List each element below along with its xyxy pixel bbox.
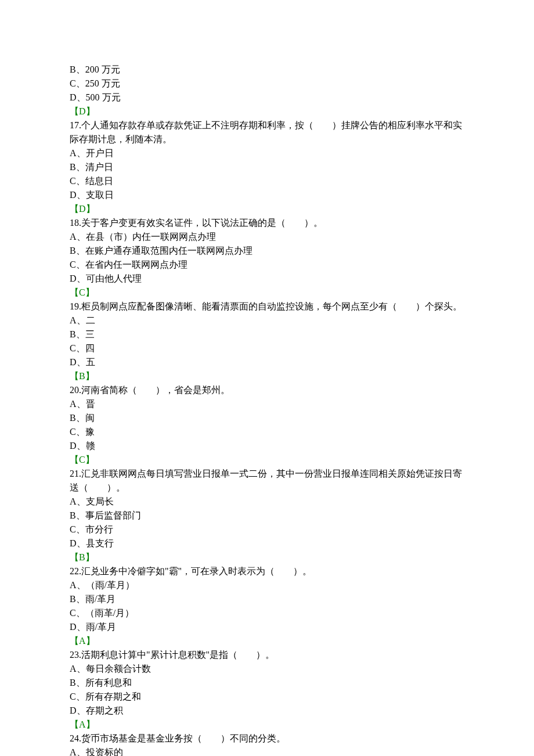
text-line: D、赣 — [70, 439, 464, 453]
text-line: C、在省内任一联网网点办理 — [70, 258, 464, 272]
document-page: B、200 万元C、250 万元D、500 万元【D】17.个人通知存款存单或存… — [0, 0, 534, 756]
text-line: D、雨/革月 — [70, 620, 464, 634]
text-line: B、雨/革月 — [70, 592, 464, 606]
text-line: D、五 — [70, 355, 464, 369]
text-line: D、可由他人代理 — [70, 272, 464, 286]
text-line: 23.活期利息计算中"累计计息积数"是指（ ）。 — [70, 648, 464, 662]
text-line: A、晋 — [70, 397, 464, 411]
text-line: D、500 万元 — [70, 91, 464, 105]
text-line: 20.河南省简称（ ），省会是郑州。 — [70, 383, 464, 397]
text-line: B、在账户通存通取范围内任一联网网点办理 — [70, 244, 464, 258]
text-line: D、县支行 — [70, 537, 464, 550]
text-line: 24.货币市场基金是基金业务按（ ）不同的分类。 — [70, 732, 464, 746]
text-line: B、事后监督部门 — [70, 509, 464, 523]
answer-line: 【C】 — [70, 453, 464, 467]
text-line: B、三 — [70, 327, 464, 341]
text-line: A、二 — [70, 314, 464, 327]
text-line: B、清户日 — [70, 160, 464, 174]
answer-line: 【D】 — [70, 202, 464, 216]
text-line: B、所有利息和 — [70, 676, 464, 690]
text-line: C、（雨革/月） — [70, 606, 464, 620]
answer-line: 【B】 — [70, 550, 464, 564]
text-line: 18.关于客户变更有效实名证件，以下说法正确的是（ ）。 — [70, 216, 464, 230]
text-line: 17.个人通知存款存单或存款凭证上不注明存期和利率，按（ ）挂牌公告的相应利率水… — [70, 118, 464, 146]
text-line: A、支局长 — [70, 495, 464, 509]
text-line: A、投资标的 — [70, 746, 464, 756]
text-line: B、闽 — [70, 411, 464, 425]
answer-line: 【A】 — [70, 634, 464, 648]
text-line: C、所有存期之和 — [70, 690, 464, 704]
text-line: A、（雨/革月） — [70, 578, 464, 592]
text-line: C、250 万元 — [70, 77, 464, 91]
text-line: C、豫 — [70, 425, 464, 439]
answer-line: 【A】 — [70, 718, 464, 732]
text-line: A、每日余额合计数 — [70, 662, 464, 676]
text-line: 21.汇兑非联网网点每日填写营业日报单一式二份，其中一份营业日报单连同相关原始凭… — [70, 467, 464, 495]
text-line: C、结息日 — [70, 174, 464, 188]
text-line: D、存期之积 — [70, 704, 464, 718]
text-line: 19.柜员制网点应配备图像清晰、能看清票面的自动监控设施，每个网点至少有（ ）个… — [70, 300, 464, 314]
text-line: C、市分行 — [70, 523, 464, 537]
text-line: 22.汇兑业务中冷僻字如"霸"，可在录入时表示为（ ）。 — [70, 564, 464, 578]
text-line: B、200 万元 — [70, 63, 464, 77]
answer-line: 【B】 — [70, 369, 464, 383]
text-line: D、支取日 — [70, 188, 464, 202]
text-line: A、开户日 — [70, 146, 464, 160]
text-line: C、四 — [70, 341, 464, 355]
answer-line: 【C】 — [70, 286, 464, 300]
answer-line: 【D】 — [70, 105, 464, 118]
text-line: A、在县（市）内任一联网网点办理 — [70, 230, 464, 244]
